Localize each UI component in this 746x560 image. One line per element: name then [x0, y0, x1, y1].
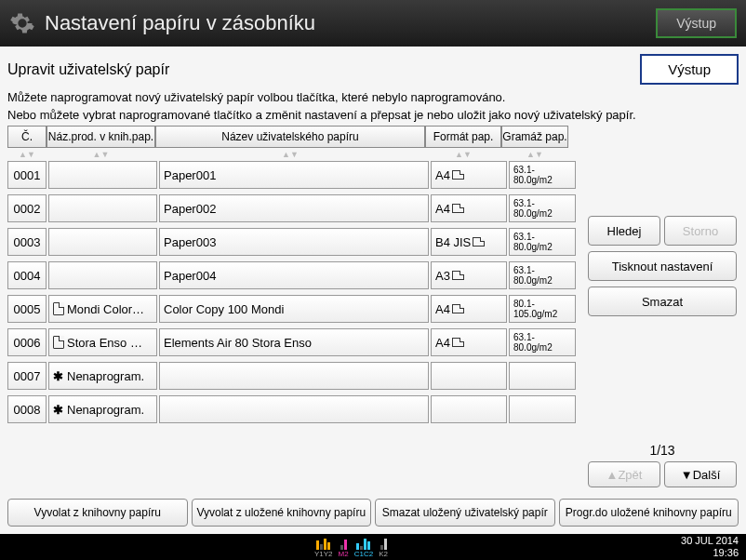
page-indicator: 1/13 [588, 443, 737, 458]
cell-name [159, 395, 429, 423]
sheet-icon [473, 237, 485, 247]
gear-icon [9, 10, 35, 36]
cell-format: A4 [431, 328, 507, 356]
col-library-name[interactable]: Náz.prod. v knih.pap. [47, 126, 155, 148]
cell-format [431, 362, 507, 390]
cell-name: Paper001 [159, 161, 429, 189]
recall-saved-library-button[interactable]: Vyvolat z uložené knihovny papíru [192, 499, 372, 527]
cell-weight: 63.1-80.0g/m2 [509, 228, 576, 256]
cell-name [159, 362, 429, 390]
cell-library: Stora Enso … [48, 328, 157, 356]
cell-library [48, 261, 157, 289]
cell-format: A4 [431, 194, 507, 222]
sort-arrows: ▲▼▲▼▲▼▲▼▲▼ [7, 150, 739, 159]
subpanel-title: Upravit uživatelský papír [7, 61, 640, 78]
cell-name: Paper003 [159, 228, 429, 256]
cell-format: A3 [431, 261, 507, 289]
prev-page-button: ▲ Zpět [588, 461, 660, 487]
table-row[interactable]: 0006Stora Enso …Elements Air 80 Stora En… [7, 328, 739, 356]
cell-format: B4 JIS [431, 228, 507, 256]
doc-icon [53, 302, 64, 315]
program-to-library-button[interactable]: Progr.do uložené knihovny papíru [559, 499, 739, 527]
doc-icon [53, 336, 64, 349]
page-title: Nastavení papíru v zásobníku [45, 11, 656, 35]
sheet-icon [452, 170, 464, 180]
cell-weight [509, 395, 576, 423]
col-number[interactable]: Č. [7, 126, 47, 148]
cell-library [48, 228, 157, 256]
cell-number: 0004 [7, 261, 47, 289]
cell-name: Paper004 [159, 261, 429, 289]
col-format[interactable]: Formát pap. [425, 126, 501, 148]
cell-number: 0008 [7, 395, 47, 423]
col-paper-name[interactable]: Název uživatelského papíru [155, 126, 425, 148]
sheet-icon [452, 338, 464, 347]
sheet-icon [452, 271, 464, 280]
next-page-button[interactable]: ▼ Další [664, 461, 737, 487]
print-settings-button[interactable]: Tisknout nastavení [588, 251, 737, 281]
cell-number: 0003 [7, 228, 47, 256]
table-row[interactable]: 0007✱Nenaprogram. [7, 362, 739, 390]
cell-library: ✱Nenaprogram. [48, 362, 157, 390]
description-1: Můžete naprogramovat nový uživatelský pa… [7, 90, 739, 104]
cell-library [48, 161, 157, 189]
exit-top-button[interactable]: Výstup [656, 8, 737, 38]
cell-number: 0001 [7, 161, 47, 189]
cell-weight: 63.1-80.0g/m2 [509, 194, 576, 222]
cell-format [431, 395, 507, 423]
sheet-icon [452, 304, 464, 313]
cell-number: 0002 [7, 194, 47, 222]
cell-name: Paper002 [159, 194, 429, 222]
cell-library: ✱Nenaprogram. [48, 395, 157, 423]
delete-saved-user-paper-button[interactable]: Smazat uložený uživatelský papír [375, 499, 555, 527]
sheet-icon [452, 204, 464, 213]
cell-weight: 63.1-80.0g/m2 [509, 328, 576, 356]
cell-weight: 80.1-105.0g/m2 [509, 295, 576, 323]
exit-button[interactable]: Výstup [640, 54, 739, 85]
table-row[interactable]: 0001Paper001A463.1-80.0g/m2 [7, 161, 739, 189]
toner-levels: Y1Y2 M2 C1C2 K2 [314, 537, 388, 558]
cell-name: Color Copy 100 Mondi [159, 295, 429, 323]
cancel-button: Storno [664, 216, 737, 246]
recall-library-button[interactable]: Vyvolat z knihovny papíru [7, 499, 188, 527]
delete-button[interactable]: Smazat [588, 287, 737, 316]
cell-number: 0007 [7, 362, 47, 390]
col-weight[interactable]: Gramáž pap. [501, 126, 568, 148]
cell-format: A4 [431, 161, 507, 189]
description-2: Nebo můžete vybrat naprogramované tlačít… [7, 108, 739, 122]
cell-weight [509, 362, 576, 390]
search-button[interactable]: Hledej [588, 216, 660, 246]
cell-number: 0005 [7, 295, 47, 323]
table-row[interactable]: 0008✱Nenaprogram. [7, 395, 739, 423]
cell-number: 0006 [7, 328, 47, 356]
cell-library [48, 194, 157, 222]
cell-name: Elements Air 80 Stora Enso [159, 328, 429, 356]
cell-weight: 63.1-80.0g/m2 [509, 161, 576, 189]
cell-weight: 63.1-80.0g/m2 [509, 261, 576, 289]
cell-format: A4 [431, 295, 507, 323]
datetime: 30 JUL 201419:36 [681, 535, 739, 559]
cell-library: Mondi Color… [48, 295, 157, 323]
